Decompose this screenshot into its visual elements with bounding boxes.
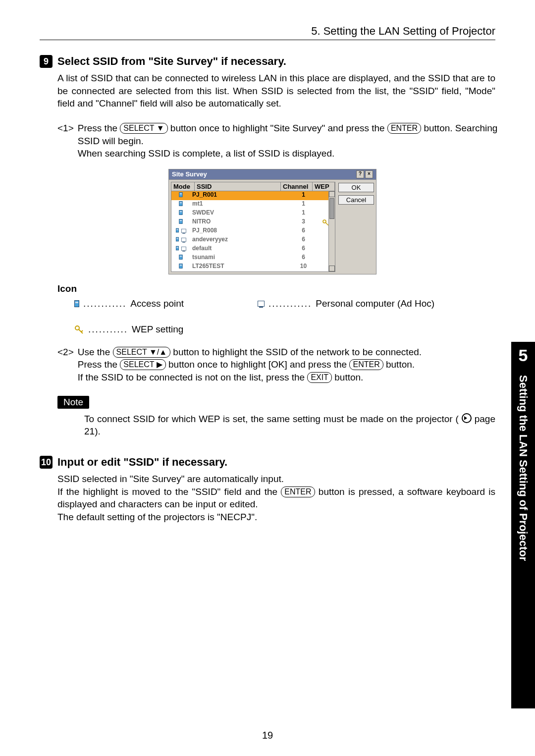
- step10-p3: The default setting of the projectors is…: [57, 511, 495, 524]
- select-updown-button: SELECT: [113, 347, 171, 358]
- svg-point-2: [75, 326, 79, 330]
- side-tab-num: 5: [511, 342, 535, 365]
- col-mode: Mode: [171, 182, 195, 191]
- dots: ...........: [88, 324, 128, 335]
- ok-button[interactable]: OK: [338, 183, 374, 192]
- ssid-row[interactable]: tsunami6: [171, 254, 335, 263]
- legend-pc: Personal computer (Ad Hoc): [316, 298, 434, 309]
- substep-2-num: <2>: [57, 346, 74, 384]
- dots: ............: [268, 298, 312, 309]
- sub2-text: button.: [334, 372, 363, 382]
- step10-p1: SSID selected in "Site Survey" are autom…: [57, 473, 495, 486]
- sub2-text: button to highlight the SSID of the netw…: [173, 347, 422, 357]
- note-label: Note: [57, 396, 89, 409]
- legend-wep: WEP setting: [132, 324, 183, 335]
- substep-1-num: <1>: [57, 122, 74, 160]
- sub1-text: button once to highlight "Site Survey" a…: [170, 123, 387, 133]
- svg-line-4: [81, 330, 83, 332]
- sub2-text: Press the: [78, 359, 120, 370]
- close-icon[interactable]: ×: [365, 170, 373, 178]
- site-survey-window: Site Survey ? × Mode SSID Channel WEP PJ…: [168, 169, 376, 274]
- wep-key-icon: [74, 325, 84, 334]
- step9-intro: A list of SSID that can be connected to …: [57, 72, 495, 110]
- sub2-text: If the SSID to be connected is not on th…: [78, 372, 308, 382]
- exit-button: EXIT: [307, 372, 332, 383]
- site-survey-title: Site Survey: [172, 170, 207, 178]
- legend-ap: Access point: [130, 298, 184, 309]
- col-wep: WEP: [313, 182, 335, 191]
- note-text: To connect SSID for which WEP is set, th…: [84, 414, 462, 424]
- ssid-row[interactable]: NITRO3: [171, 218, 335, 227]
- ssid-row[interactable]: mt11: [171, 200, 335, 209]
- step-number-9: 9: [40, 55, 53, 68]
- ssid-row[interactable]: PJ_R0086: [171, 227, 335, 236]
- scroll-down-icon[interactable]: [329, 266, 335, 271]
- ssid-list[interactable]: PJ_R0011mt11SWDEV1NITRO3PJ_R0086andevery…: [171, 191, 335, 272]
- select-down-button: SELECT: [120, 123, 167, 134]
- sub2-text: button.: [386, 359, 415, 370]
- help-icon[interactable]: ?: [356, 170, 364, 178]
- scroll-up-icon[interactable]: [329, 191, 335, 197]
- access-point-icon: [74, 300, 79, 307]
- sub2-text: button once to highlight [OK] and press …: [168, 359, 349, 370]
- step9-title: Select SSID from "Site Survey" if necess…: [57, 55, 286, 68]
- ssid-row[interactable]: andeveryyez6: [171, 236, 335, 245]
- step10-p2a: If the highlight is moved to the "SSID" …: [57, 486, 281, 497]
- scroll-thumb[interactable]: [329, 198, 334, 219]
- step-number-10: 10: [40, 456, 53, 469]
- sub1-line3: When searching SSID is complete, a list …: [78, 147, 505, 160]
- side-tab: 5 Setting the LAN Setting of Projector: [511, 342, 535, 708]
- ssid-row[interactable]: PJ_R0011: [171, 191, 335, 200]
- page-number: 19: [0, 730, 535, 741]
- enter-button: ENTER: [349, 359, 383, 370]
- ssid-row[interactable]: default6: [171, 245, 335, 254]
- sub1-text: Press the: [78, 123, 120, 133]
- col-channel: Channel: [281, 182, 313, 191]
- sub2-text: Use the: [78, 347, 113, 357]
- icon-heading: Icon: [57, 283, 505, 294]
- ssid-row[interactable]: LT265TEST10: [171, 263, 335, 271]
- step10-title: Input or edit "SSID" if necessary.: [57, 456, 227, 469]
- select-right-button: SELECT: [120, 359, 165, 370]
- chapter-header: 5. Setting the LAN Setting of Projector: [40, 25, 495, 40]
- enter-button: ENTER: [281, 486, 315, 497]
- page-ref-icon: [462, 413, 472, 423]
- col-ssid: SSID: [195, 182, 281, 191]
- enter-button: ENTER: [387, 123, 421, 134]
- cancel-button[interactable]: Cancel: [338, 195, 374, 205]
- side-tab-text: Setting the LAN Setting of Projector: [517, 375, 530, 682]
- ssid-row[interactable]: SWDEV1: [171, 209, 335, 218]
- pc-icon: [258, 301, 265, 307]
- dots: ............: [83, 298, 126, 309]
- scrollbar[interactable]: [328, 191, 335, 271]
